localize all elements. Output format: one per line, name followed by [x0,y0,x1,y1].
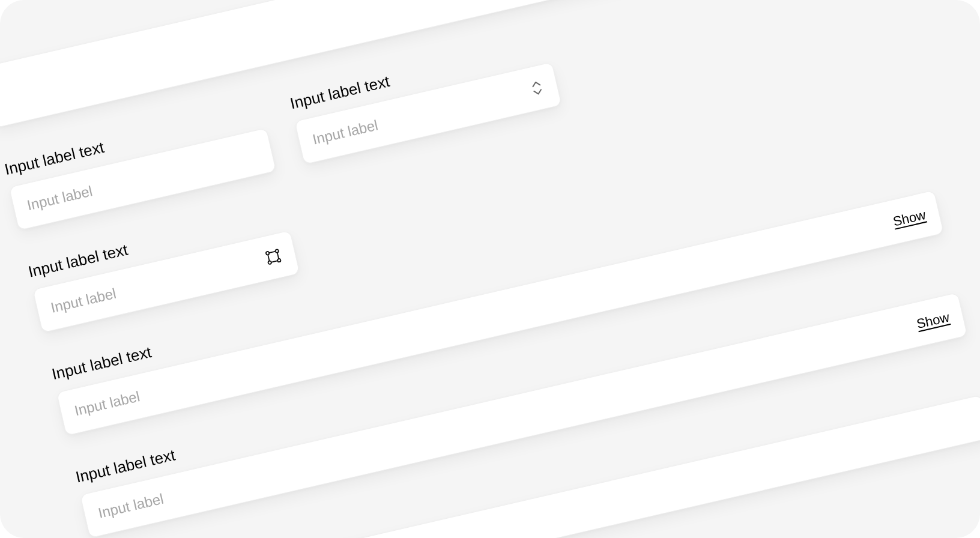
chevron-up-down-icon[interactable] [529,79,545,97]
svg-point-3 [268,261,271,265]
field-stepper: Input label text [288,35,562,165]
show-password-1[interactable]: Show [892,207,927,229]
show-password-2[interactable]: Show [915,309,951,332]
bounding-box-icon[interactable] [263,247,283,267]
svg-point-1 [266,252,270,255]
fields-stage: Input label text Input label text [0,0,980,538]
design-frame: Input label text Input label text [0,0,980,538]
svg-point-2 [275,249,279,253]
svg-point-4 [277,259,281,262]
field-shape: Input label text [26,204,300,333]
field-text-small: Input label text [3,101,277,231]
